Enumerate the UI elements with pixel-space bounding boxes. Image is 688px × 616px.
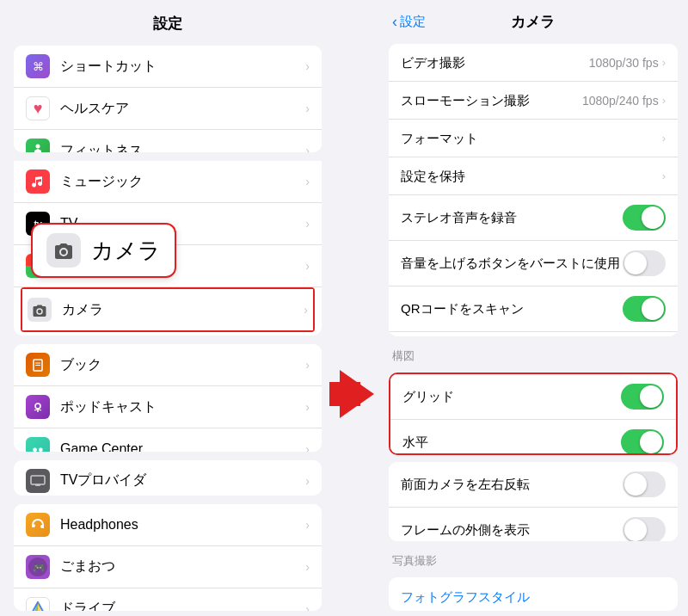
shortcuts-label: ショートカット [60,58,305,76]
video-row[interactable]: ビデオ撮影 1080p/30 fps › [389,44,678,82]
volume-row[interactable]: 音量を上げるボタンをバーストに使用 [389,241,678,286]
settings-group-2: ミュージック › tv TV › 写真 › カメラ [14,161,322,336]
list-item[interactable]: ポッドキャスト › [14,386,322,428]
front-flip-row[interactable]: 前面カメラを左右反転 [389,462,678,508]
tvprovider-label: TVプロバイダ [60,471,305,490]
podcasts-label: ポッドキャスト [60,398,305,416]
volume-toggle[interactable] [623,250,666,276]
books-label: ブック [60,356,305,374]
front-flip-toggle[interactable] [623,471,666,497]
suihei-row[interactable]: 水平 [390,420,676,455]
list-item[interactable]: ドライブ › [14,588,322,611]
photostyle-row[interactable]: フォトグラフスタイル [389,577,678,611]
stereo-toggle[interactable] [623,205,666,231]
list-item[interactable]: Headphones › [14,504,322,546]
slowmo-row[interactable]: スローモーション撮影 1080p/240 fps › [389,82,678,120]
headphones-icon [26,513,50,537]
photos-section-title: 写真撮影 [378,546,688,572]
camera-tooltip: カメラ [31,223,176,278]
grid-label: グリッド [402,388,621,405]
chevron-icon: › [305,400,310,414]
format-row[interactable]: フォーマット › [389,120,678,157]
chevron-icon: › [305,59,310,73]
chevron-icon: › [305,474,310,488]
right-arrow-icon [340,370,374,418]
tvprovider-icon [26,469,50,493]
left-panel-title: 設定 [0,0,335,40]
suihei-toggle[interactable] [621,429,664,455]
health-icon: ♥ [26,96,50,120]
tooltip-camera-label: カメラ [91,236,161,266]
gamecenter-label: Game Center [60,441,305,451]
chevron-icon: › [305,217,310,231]
chevron-icon: › [305,175,310,188]
right-panel-title: カメラ [426,12,640,32]
chevron-icon: › [662,94,666,107]
qr-label: QRコードをスキャン [401,300,623,317]
gamecenter-icon: ●● [26,437,50,451]
chevron-icon: › [305,518,310,532]
list-item[interactable]: ブック › [14,344,322,386]
svg-point-0 [36,145,40,149]
chevron-icon: › [662,56,666,69]
qr-toggle[interactable] [623,296,666,322]
camera-label: カメラ [62,301,304,319]
chevron-icon: › [662,132,666,145]
list-item[interactable]: フィットネス › [14,130,322,152]
fitness-label: フィットネス [60,142,305,153]
settings-group-1: ⌘ ショートカット › ♥ ヘルスケア › フィットネス › [14,46,322,152]
frame-outside-label: フレームの外側を表示 [401,521,623,539]
right-header: ‹ 設定 カメラ [378,0,688,39]
frame-outside-toggle[interactable] [623,517,666,541]
chevron-icon: › [662,169,666,182]
format-label: フォーマット [401,130,662,147]
back-button[interactable]: ‹ 設定 [392,13,426,31]
chevron-icon: › [305,358,310,372]
tooltip-camera-icon [46,233,81,268]
grid-toggle[interactable] [621,384,664,410]
music-label: ミュージック [60,173,305,191]
qr-row[interactable]: QRコードをスキャン [389,286,678,332]
fitness-icon [26,139,50,152]
svg-rect-6 [31,476,45,484]
back-label: 設定 [400,14,426,30]
frame-outside-row[interactable]: フレームの外側を表示 [389,508,678,541]
arrow-container [335,0,378,616]
headphones-label: Headphones [60,517,305,533]
settings-group-3: ブック › ポッドキャスト › ●● Game Center › [14,344,322,451]
right-group-2: 前面カメラを左右反転 フレームの外側を表示 [389,462,678,541]
slowmo-label: スローモーション撮影 [401,92,582,109]
front-flip-label: 前面カメラを左右反転 [401,476,623,493]
kouzu-section-title: 構図 [378,342,688,367]
music-icon [26,169,50,194]
chevron-icon: › [305,560,310,574]
detect-text-row[interactable]: 検出されたテキストを表示 [389,332,678,336]
video-label: ビデオ撮影 [401,54,589,71]
preserve-label: 設定を保持 [401,168,662,185]
camera-icon [28,298,52,322]
camera-list-item[interactable]: カメラ › [22,289,313,330]
list-item[interactable]: TVプロバイダ › [14,460,322,496]
podcasts-icon [26,395,50,419]
grid-row[interactable]: グリッド [390,374,676,420]
list-item[interactable]: 🎮 ごまおつ › [14,546,322,588]
stereo-row[interactable]: ステレオ音声を録音 [389,195,678,241]
list-item[interactable]: ♥ ヘルスケア › [14,88,322,130]
list-item[interactable]: ⌘ ショートカット › [14,46,322,88]
svg-point-4 [35,403,40,409]
suihei-label: 水平 [402,434,621,451]
settings-group-4: TVプロバイダ › [14,460,322,496]
chevron-icon: › [305,259,310,273]
right-group-3: フォトグラフスタイル [389,577,678,611]
camera-row-highlight: カメラ › [21,287,315,332]
list-item[interactable]: ●● Game Center › [14,428,322,451]
chevron-icon: › [304,303,308,317]
list-item[interactable]: ミュージック › [14,161,322,203]
svg-text:🎮: 🎮 [33,561,46,574]
gomaotsu-icon: 🎮 [26,555,50,579]
video-value: 1080p/30 fps [589,56,659,70]
health-label: ヘルスケア [60,100,305,118]
drive-icon [26,597,50,611]
right-group-main: ビデオ撮影 1080p/30 fps › スローモーション撮影 1080p/24… [389,44,678,336]
preserve-row[interactable]: 設定を保持 › [389,157,678,195]
